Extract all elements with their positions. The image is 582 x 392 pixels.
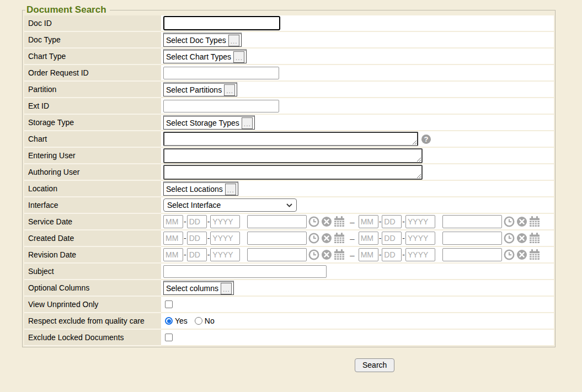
help-icon[interactable]: ? — [421, 135, 431, 144]
entering-user-textarea[interactable] — [163, 148, 423, 163]
time-input[interactable] — [442, 232, 502, 245]
revision-date-label: Revision Date — [24, 247, 161, 264]
day-input[interactable] — [187, 248, 207, 261]
columns-picker[interactable]: Select columns ... — [163, 281, 234, 295]
doc-id-input[interactable] — [163, 16, 280, 30]
month-input[interactable] — [163, 232, 183, 245]
date-field-separator: - — [402, 217, 405, 226]
form-row: Location Select Locations ... — [24, 181, 554, 197]
calendar-icon[interactable] — [334, 233, 345, 244]
radio-no-label: No — [205, 316, 215, 325]
clock-icon[interactable] — [504, 233, 515, 244]
doc-types-browse-button[interactable]: ... — [228, 35, 239, 46]
time-input[interactable] — [247, 232, 307, 245]
day-input[interactable] — [382, 248, 402, 261]
picker-label: Select Partitions — [166, 85, 222, 94]
quality-care-no-radio[interactable] — [195, 317, 202, 325]
partition-label: Partition — [24, 82, 161, 98]
storage-types-picker[interactable]: Select Storage Types ... — [163, 115, 255, 130]
clear-icon[interactable] — [516, 249, 527, 260]
clear-icon[interactable] — [516, 233, 527, 244]
calendar-icon[interactable] — [334, 216, 345, 227]
year-input[interactable] — [210, 232, 240, 245]
order-request-id-label: Order Request ID — [24, 65, 161, 82]
quality-care-yes-radio[interactable] — [165, 317, 173, 325]
year-input[interactable] — [405, 215, 435, 228]
clear-icon[interactable] — [321, 249, 332, 260]
locations-picker[interactable]: Select Locations ... — [163, 181, 238, 196]
created-date-to: -- — [359, 232, 540, 245]
chevron-down-icon — [286, 203, 292, 207]
month-input[interactable] — [359, 232, 378, 245]
exclude-locked-checkbox[interactable] — [165, 334, 173, 341]
month-input[interactable] — [359, 215, 378, 228]
day-input[interactable] — [382, 232, 402, 245]
clock-icon[interactable] — [504, 249, 515, 260]
partitions-picker[interactable]: Select Partitions ... — [163, 82, 237, 96]
day-input[interactable] — [187, 232, 207, 245]
year-input[interactable] — [210, 248, 240, 261]
clear-icon[interactable] — [321, 233, 332, 244]
clock-icon[interactable] — [308, 216, 319, 227]
doc-types-picker[interactable]: Select Doc Types ... — [163, 33, 242, 47]
service-date-to: -- — [359, 215, 540, 228]
time-input[interactable] — [247, 215, 307, 228]
form-row: Subject — [24, 264, 554, 280]
form-row: Chart Type Select Chart Types ... — [24, 49, 554, 65]
form-legend: Document Search — [25, 4, 110, 15]
revision-date-to: -- — [359, 248, 540, 261]
date-field-separator: - — [379, 250, 382, 259]
form-row: Interface Select Interface — [24, 197, 554, 214]
calendar-icon[interactable] — [334, 249, 345, 260]
clear-icon[interactable] — [516, 216, 527, 227]
search-button[interactable]: Search — [355, 358, 394, 372]
interface-select-value: Select Interface — [167, 201, 221, 210]
chart-types-picker[interactable]: Select Chart Types ... — [163, 49, 247, 63]
picker-label: Select Locations — [166, 185, 223, 194]
date-field-separator: - — [184, 250, 186, 259]
date-range-separator: – — [350, 217, 354, 227]
year-input[interactable] — [405, 232, 435, 245]
interface-select[interactable]: Select Interface — [163, 198, 297, 212]
date-range-separator: – — [350, 234, 354, 243]
month-input[interactable] — [359, 248, 378, 261]
subject-input[interactable] — [163, 265, 327, 278]
chart-types-browse-button[interactable]: ... — [233, 51, 244, 63]
date-field-separator: - — [207, 234, 210, 243]
month-input[interactable] — [163, 248, 183, 261]
radio-yes-label: Yes — [175, 316, 188, 325]
locations-browse-button[interactable]: ... — [225, 184, 236, 195]
clear-icon[interactable] — [321, 216, 332, 227]
clock-icon[interactable] — [308, 249, 319, 260]
time-input[interactable] — [442, 215, 502, 228]
storage-type-label: Storage Type — [24, 115, 161, 131]
view-unprinted-checkbox[interactable] — [165, 300, 173, 308]
day-input[interactable] — [187, 215, 207, 228]
clock-icon[interactable] — [504, 216, 515, 227]
partitions-browse-button[interactable]: ... — [224, 84, 235, 96]
calendar-icon[interactable] — [529, 233, 540, 244]
day-input[interactable] — [382, 215, 402, 228]
ext-id-input[interactable] — [163, 100, 279, 112]
time-input[interactable] — [442, 248, 502, 261]
authoring-user-textarea[interactable] — [163, 165, 423, 180]
year-input[interactable] — [405, 248, 435, 261]
form-row: Service Date -- – -- — [24, 214, 554, 230]
year-input[interactable] — [210, 215, 240, 228]
doc-id-label: Doc ID — [24, 15, 161, 32]
storage-types-browse-button[interactable]: ... — [242, 117, 253, 129]
form-row: Ext ID — [24, 98, 554, 115]
order-request-id-input[interactable] — [163, 67, 279, 79]
date-field-separator: - — [402, 234, 405, 243]
clock-icon[interactable] — [308, 233, 319, 244]
form-row: Entering User — [24, 148, 554, 164]
chart-textarea[interactable] — [163, 132, 418, 146]
authoring-user-label: Authoring User — [24, 164, 161, 181]
calendar-icon[interactable] — [529, 249, 540, 260]
time-input[interactable] — [247, 248, 307, 261]
date-field-separator: - — [402, 250, 405, 259]
calendar-icon[interactable] — [529, 216, 540, 227]
columns-browse-button[interactable]: ... — [221, 283, 232, 294]
month-input[interactable] — [163, 215, 183, 228]
form-row: Authoring User — [24, 164, 554, 181]
